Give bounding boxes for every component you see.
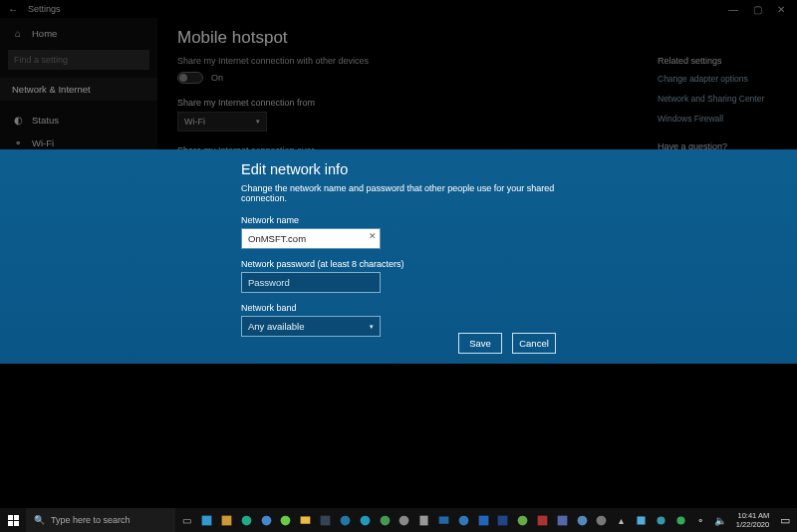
taskbar-app-icon[interactable]	[199, 511, 215, 529]
search-icon: 🔍	[34, 515, 45, 525]
network-password-label: Network password (at least 8 characters)	[241, 259, 580, 269]
dialog-description: Change the network name and password tha…	[241, 183, 580, 203]
taskbar-app-icon[interactable]	[416, 511, 432, 529]
taskbar-app-icon[interactable]	[495, 511, 511, 529]
hotspot-toggle[interactable]	[177, 72, 203, 84]
task-view-icon[interactable]: ▭	[179, 511, 195, 529]
taskbar-tray-icon[interactable]	[654, 511, 669, 529]
start-button[interactable]	[0, 508, 26, 532]
windows-logo-icon	[8, 515, 19, 526]
clear-input-icon[interactable]: ✕	[369, 231, 377, 241]
maximize-button[interactable]: ▢	[745, 4, 769, 15]
sidebar-item-network-internet[interactable]: Network & Internet	[0, 78, 157, 101]
sidebar-item-status[interactable]: ◐ Status	[0, 109, 157, 132]
page-title: Mobile hotspot	[177, 28, 777, 48]
share-from-select[interactable]: Wi-Fi ▾	[177, 112, 267, 132]
taskbar-app-icon[interactable]	[475, 511, 491, 529]
action-center-icon[interactable]: ▭	[777, 514, 793, 527]
svg-point-19	[577, 515, 587, 525]
taskbar-app-icon[interactable]	[377, 511, 393, 529]
minimize-button[interactable]: —	[721, 4, 745, 15]
taskbar-app-icon[interactable]	[278, 511, 294, 529]
wifi-icon: ⚬	[12, 137, 24, 148]
taskbar-tray-icon[interactable]	[672, 511, 688, 529]
taskbar-app-icon[interactable]	[574, 511, 590, 529]
taskbar-app-icon[interactable]	[318, 511, 334, 529]
svg-rect-17	[538, 515, 548, 525]
chevron-down-icon: ▾	[256, 118, 260, 126]
taskbar-app-icon[interactable]	[535, 511, 551, 529]
network-name-label: Network name	[241, 215, 580, 225]
svg-rect-0	[202, 515, 212, 525]
taskbar-search-placeholder: Type here to search	[51, 515, 131, 525]
status-icon: ◐	[12, 115, 24, 126]
svg-rect-6	[321, 515, 331, 525]
taskbar-tray-icon[interactable]	[634, 511, 650, 529]
taskbar-app-icon[interactable]	[258, 511, 274, 529]
dialog-title: Edit network info	[241, 161, 580, 177]
svg-rect-1	[222, 515, 232, 525]
network-password-input[interactable]	[241, 272, 381, 293]
sidebar: ⌂ Home Network & Internet ◐ Status ⚬ Wi-…	[0, 18, 157, 169]
taskbar-app-icon[interactable]	[338, 511, 354, 529]
clock-date: 1/22/2020	[736, 520, 769, 529]
svg-point-20	[597, 515, 607, 525]
svg-point-22	[657, 516, 664, 524]
svg-rect-11	[420, 515, 428, 525]
taskbar-tray-icon[interactable]: ▴	[614, 511, 630, 529]
taskbar: 🔍 Type here to search ▭	[0, 508, 797, 532]
edit-network-info-dialog: Edit network info Change the network nam…	[0, 149, 797, 364]
taskbar-app-icon[interactable]	[554, 511, 570, 529]
taskbar-app-icon[interactable]	[594, 511, 610, 529]
network-name-input[interactable]	[241, 228, 381, 249]
taskbar-app-icon[interactable]	[357, 511, 373, 529]
svg-rect-21	[638, 516, 646, 524]
cancel-button[interactable]: Cancel	[512, 333, 556, 354]
chevron-down-icon: ▾	[370, 323, 374, 331]
close-button[interactable]: ✕	[769, 4, 793, 15]
taskbar-app-icon[interactable]	[298, 511, 314, 529]
hotspot-toggle-state: On	[211, 73, 223, 83]
link-network-sharing[interactable]: Network and Sharing Center	[658, 94, 777, 104]
svg-point-4	[281, 515, 291, 525]
related-settings-heading: Related settings	[658, 56, 777, 66]
content-area: Mobile hotspot Share my Internet connect…	[157, 18, 797, 169]
svg-rect-18	[557, 515, 567, 525]
network-band-value: Any available	[248, 321, 305, 332]
taskbar-app-icon[interactable]	[515, 511, 531, 529]
svg-point-10	[399, 515, 409, 525]
svg-point-2	[241, 515, 251, 525]
sidebar-search-input[interactable]	[8, 50, 149, 70]
taskbar-app-icon[interactable]	[397, 511, 412, 529]
back-button[interactable]: ←	[4, 4, 22, 15]
network-band-select[interactable]: Any available ▾	[241, 316, 381, 337]
svg-rect-5	[301, 516, 311, 523]
save-button[interactable]: Save	[458, 333, 502, 354]
svg-rect-12	[439, 516, 449, 523]
svg-point-9	[380, 515, 390, 525]
taskbar-clock[interactable]: 10:41 AM 1/22/2020	[732, 511, 773, 529]
svg-rect-15	[498, 515, 508, 525]
taskbar-search[interactable]: 🔍 Type here to search	[26, 508, 175, 532]
taskbar-app-icon[interactable]	[219, 511, 235, 529]
network-band-label: Network band	[241, 303, 580, 313]
sidebar-item-label: Wi-Fi	[32, 137, 54, 148]
svg-point-23	[676, 516, 684, 524]
share-from-value: Wi-Fi	[184, 117, 205, 127]
svg-point-16	[518, 515, 528, 525]
sidebar-item-home[interactable]: ⌂ Home	[0, 22, 157, 45]
sidebar-item-label: Network & Internet	[12, 84, 91, 95]
sidebar-item-label: Home	[32, 28, 57, 39]
svg-point-7	[341, 515, 351, 525]
volume-tray-icon[interactable]: 🔈	[712, 511, 728, 529]
svg-point-3	[261, 515, 271, 525]
link-windows-firewall[interactable]: Windows Firewall	[658, 114, 777, 124]
link-change-adapter[interactable]: Change adapter options	[658, 74, 777, 84]
sidebar-item-label: Status	[32, 115, 59, 126]
taskbar-app-icon[interactable]	[436, 511, 452, 529]
taskbar-app-icon[interactable]	[455, 511, 471, 529]
taskbar-app-icon[interactable]	[238, 511, 254, 529]
home-icon: ⌂	[12, 28, 24, 39]
svg-point-8	[360, 515, 370, 525]
wifi-tray-icon[interactable]: ⚬	[692, 511, 708, 529]
